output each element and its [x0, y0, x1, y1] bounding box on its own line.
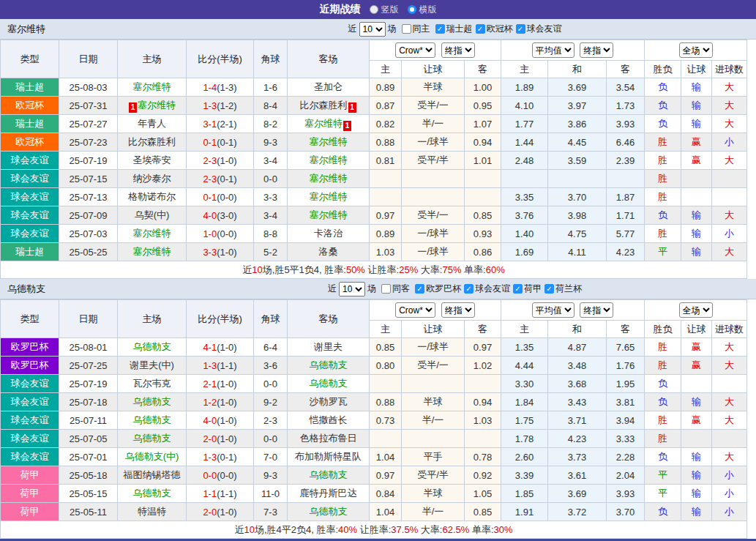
- checkbox-unchecked-icon[interactable]: [381, 284, 391, 294]
- checkbox-checked-icon[interactable]: ✓: [435, 24, 445, 34]
- layout-radio-horizontal[interactable]: 横版: [408, 4, 437, 16]
- checkbox-checked-icon[interactable]: ✓: [516, 24, 525, 34]
- halftime-score: (1-0): [217, 155, 236, 166]
- titlebar: 近期战绩 竖版 横版: [0, 0, 756, 19]
- away-team: 圣加仑: [288, 78, 370, 97]
- corner-score: 0-0: [254, 170, 288, 188]
- league-filter[interactable]: ✓荷兰杯: [544, 283, 582, 295]
- radio-selected-icon[interactable]: [408, 5, 416, 14]
- same-venue-filter[interactable]: 同客: [381, 283, 410, 295]
- league-filter[interactable]: ✓球会友谊: [464, 283, 510, 295]
- sub-header-goals: 进球数: [712, 321, 747, 338]
- checkbox-checked-icon[interactable]: ✓: [513, 284, 523, 294]
- home-team: 福图纳锡塔德: [118, 466, 187, 485]
- odds-time-select[interactable]: 终指: [441, 42, 475, 58]
- sub-header-avg-home: 主: [501, 321, 548, 338]
- match-count-select[interactable]: 10: [359, 22, 386, 37]
- match-score: 2-3(0-1): [187, 170, 254, 188]
- away-team: 卡洛治: [288, 225, 370, 243]
- odds-time-select-2[interactable]: 终指: [580, 302, 613, 318]
- checkbox-checked-icon[interactable]: ✓: [544, 284, 554, 294]
- league-filter-label: 球会友谊: [475, 283, 510, 295]
- home-odds: 0.88: [370, 133, 402, 152]
- handicap-line: 受半/一: [402, 97, 465, 115]
- halftime-score: (0-0): [217, 192, 236, 203]
- home-team: 格勒诺布尔: [118, 188, 187, 206]
- col-header-type: 类型: [1, 300, 59, 338]
- match-date: 25-05-11: [59, 503, 118, 521]
- home-odds: 0.88: [370, 393, 402, 411]
- result-outcome: 胜: [645, 170, 681, 188]
- avg-draw-odds: 3.59: [548, 152, 607, 170]
- checkbox-unchecked-icon[interactable]: [402, 24, 411, 34]
- team-bar: 乌德勒支 近 10 场 同客 ✓欧罗巴杯✓球会友谊✓荷甲✓荷兰杯: [0, 279, 756, 299]
- match-count-select[interactable]: 10: [339, 282, 365, 296]
- match-date: 25-07-13: [59, 188, 118, 206]
- home-team: 特温特: [118, 503, 187, 521]
- team-label: 塞尔维特: [133, 246, 171, 257]
- away-odds: [465, 170, 501, 188]
- league-filter[interactable]: ✓球会友谊: [516, 23, 562, 35]
- summary-value: 25%: [399, 264, 418, 275]
- radio-unselected-icon[interactable]: [370, 5, 378, 14]
- result-handicap: 赢: [681, 152, 712, 170]
- away-odds: 0.78: [465, 448, 501, 466]
- col-header-corner: 角球: [254, 40, 288, 78]
- layout-radio-vertical[interactable]: 竖版: [370, 4, 399, 16]
- away-team: 洛桑: [288, 243, 370, 261]
- sub-header-avg-away: 客: [607, 321, 645, 338]
- corner-score: 0-0: [254, 430, 288, 448]
- fulltime-select[interactable]: 全场: [679, 42, 713, 58]
- team-label: 塞尔维特: [133, 228, 171, 239]
- match-row: 球会友谊25-07-11乌德勒支4-0(1-0)2-3恺撒酋长0.73半/一1.…: [1, 411, 747, 430]
- corner-score: 3-4: [254, 152, 288, 170]
- match-row: 瑞士超25-05-25塞尔维特3-3(1-0)5-2洛桑1.03一/球半0.86…: [1, 243, 747, 261]
- fulltime-score: 2-0: [203, 433, 217, 444]
- handicap-line: 半/一: [402, 503, 465, 521]
- filters: 近 10 场 同主 ✓瑞士超✓欧冠杯✓球会友谊: [161, 22, 749, 37]
- bookmaker-select[interactable]: Crow*: [395, 302, 435, 318]
- corner-score: 8-8: [254, 225, 288, 243]
- corner-score: 8-4: [254, 97, 288, 115]
- league-badge: 球会友谊: [1, 430, 59, 448]
- away-odds: 1.00: [465, 78, 501, 97]
- checkbox-checked-icon[interactable]: ✓: [476, 24, 485, 34]
- team-label: 特温特: [138, 506, 166, 517]
- fulltime-select[interactable]: 全场: [679, 302, 713, 318]
- checkbox-checked-icon[interactable]: ✓: [464, 284, 474, 294]
- home-team: 乌德勒支: [118, 485, 187, 503]
- team-label: 塞尔维特: [310, 154, 348, 165]
- away-team: 乌德勒支: [288, 503, 370, 521]
- result-handicap: 输: [681, 78, 712, 97]
- checkbox-checked-icon[interactable]: ✓: [415, 284, 424, 294]
- summary-text: 大率:: [418, 524, 442, 535]
- league-filter[interactable]: ✓欧罗巴杯: [415, 283, 461, 295]
- league-filter[interactable]: ✓荷甲: [513, 283, 542, 295]
- league-filter[interactable]: ✓瑞士超: [435, 23, 473, 35]
- avg-away-odds: 7.65: [607, 338, 645, 357]
- team-label: 比尔森胜利: [128, 136, 176, 147]
- bookmaker-select[interactable]: Crow*: [395, 42, 435, 58]
- same-venue-filter[interactable]: 同主: [402, 23, 430, 35]
- league-filter[interactable]: ✓欧冠杯: [476, 23, 513, 35]
- team-label: 塞尔维特: [310, 209, 348, 220]
- summary-value: 30%: [494, 524, 513, 535]
- league-filter-label: 荷兰杯: [555, 283, 582, 295]
- odds-time-select[interactable]: 终指: [441, 302, 475, 318]
- result-outcome: 平: [645, 243, 681, 261]
- handicap-line: 平手: [402, 448, 465, 466]
- home-team: 塞尔维特: [118, 243, 187, 261]
- average-select[interactable]: 平均值: [532, 302, 575, 318]
- result-goals: 小: [712, 133, 747, 152]
- result-outcome: 负: [645, 503, 681, 521]
- odds-time-select-2[interactable]: 终指: [580, 42, 613, 58]
- average-select[interactable]: 平均值: [532, 42, 575, 58]
- team-label: 谢里夫(中): [130, 359, 174, 370]
- match-date: 25-07-05: [59, 430, 118, 448]
- avg-draw-odds: 3.69: [548, 78, 607, 97]
- handicap-line: 半/一: [402, 115, 465, 133]
- near-label: 近: [348, 23, 357, 35]
- fulltime-score: 0-1: [203, 137, 217, 148]
- result-handicap: 赢: [681, 133, 712, 152]
- match-row: 球会友谊25-07-13格勒诺布尔0-1(0-0)3-3塞尔维特3.353.70…: [1, 188, 747, 206]
